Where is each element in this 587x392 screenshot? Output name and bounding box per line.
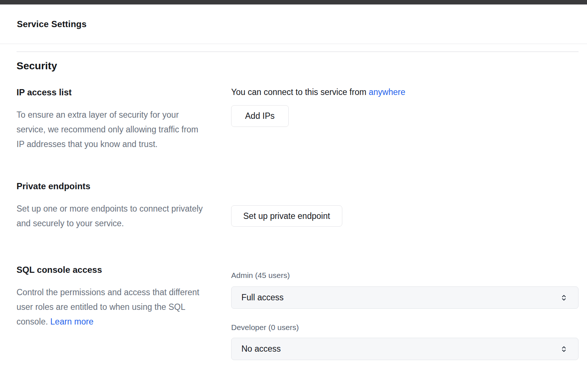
sql-console-left: SQL console access Control the permissio… — [17, 264, 231, 329]
section-divider — [17, 51, 579, 52]
developer-access-select[interactable]: No access — [231, 338, 579, 360]
setup-private-endpoint-button[interactable]: Set up private endpoint — [231, 205, 342, 227]
page-header: Service Settings — [0, 5, 587, 44]
private-endpoints-row: Private endpoints Set up one or more end… — [17, 181, 579, 231]
settings-content: Security IP access list To ensure an ext… — [0, 51, 587, 360]
chevron-up-down-icon — [559, 293, 568, 302]
developer-role-label: Developer (0 users) — [231, 323, 579, 332]
learn-more-link[interactable]: Learn more — [50, 317, 94, 326]
sql-console-right: Admin (45 users) Full access Developer (… — [231, 264, 579, 360]
private-endpoints-left: Private endpoints Set up one or more end… — [17, 181, 231, 231]
ip-access-list-heading: IP access list — [17, 87, 231, 98]
sql-console-description-text: Control the permissions and access that … — [17, 287, 199, 326]
private-endpoints-right: Set up private endpoint — [231, 181, 579, 227]
private-endpoints-description: Set up one or more endpoints to connect … — [17, 201, 218, 231]
anywhere-link[interactable]: anywhere — [369, 87, 405, 97]
ip-access-status-text: You can connect to this service from — [231, 87, 369, 97]
sql-console-heading: SQL console access — [17, 264, 231, 275]
add-ips-button[interactable]: Add IPs — [231, 105, 289, 127]
ip-access-list-description: To ensure an extra layer of security for… — [17, 107, 202, 151]
developer-access-value: No access — [241, 344, 281, 354]
ip-access-list-row: IP access list To ensure an extra layer … — [17, 87, 579, 151]
chevron-up-down-icon — [559, 345, 568, 353]
admin-role-label: Admin (45 users) — [231, 271, 579, 280]
ip-access-list-left: IP access list To ensure an extra layer … — [17, 87, 231, 151]
sql-console-access-row: SQL console access Control the permissio… — [17, 264, 579, 360]
security-section-heading: Security — [17, 60, 579, 72]
admin-access-value: Full access — [241, 293, 284, 303]
ip-access-list-right: You can connect to this service from any… — [231, 87, 579, 127]
sql-console-description: Control the permissions and access that … — [17, 285, 213, 329]
page-title: Service Settings — [17, 19, 87, 29]
ip-access-status-line: You can connect to this service from any… — [231, 87, 579, 97]
window-title-bar — [0, 0, 587, 5]
private-endpoints-heading: Private endpoints — [17, 181, 231, 191]
admin-access-select[interactable]: Full access — [231, 286, 579, 309]
